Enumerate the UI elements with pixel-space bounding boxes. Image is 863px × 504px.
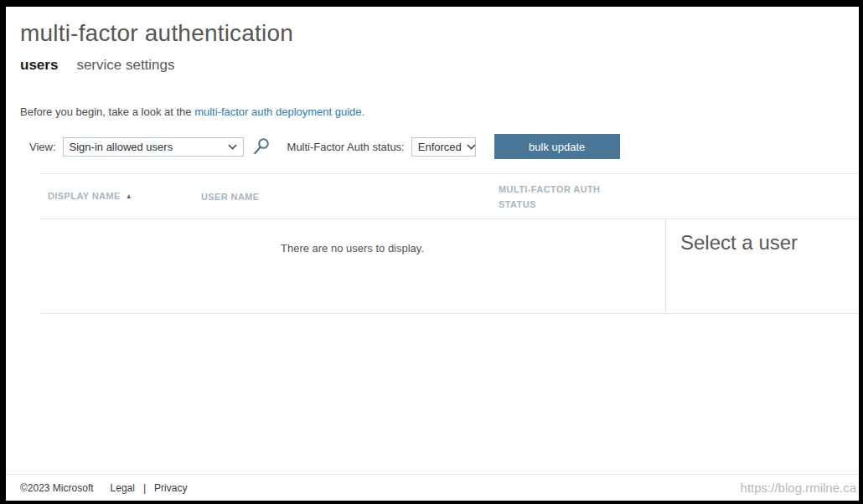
select-a-user-placeholder: Select a user xyxy=(680,231,798,254)
view-select-value: Sign-in allowed users xyxy=(70,141,173,153)
view-select[interactable]: Sign-in allowed users xyxy=(63,137,244,157)
panel-divider xyxy=(665,219,666,313)
deployment-guide-link[interactable]: multi-factor auth deployment guide. xyxy=(194,105,364,118)
users-table: DISPLAY NAME▲ USER NAME MULTI-FACTOR AUT… xyxy=(39,173,859,314)
footer: ©2023 Microsoft Legal | Privacy https://… xyxy=(6,474,859,501)
copyright-text: ©2023 Microsoft xyxy=(20,482,94,494)
bulk-update-button[interactable]: bulk update xyxy=(494,134,620,159)
mfa-status-select-value: Enforced xyxy=(418,141,462,153)
chevron-down-icon xyxy=(228,144,237,150)
privacy-link[interactable]: Privacy xyxy=(154,482,187,494)
column-header-user-name[interactable]: USER NAME xyxy=(201,189,499,204)
empty-state-message: There are no users to display. xyxy=(39,242,665,255)
footer-separator: | xyxy=(143,482,146,494)
view-label: View: xyxy=(29,141,56,153)
table-header-row: DISPLAY NAME▲ USER NAME MULTI-FACTOR AUT… xyxy=(39,173,859,219)
screenshot-frame: multi-factor authentication users servic… xyxy=(0,0,863,504)
legal-link[interactable]: Legal xyxy=(111,482,135,494)
page-title: multi-factor authentication xyxy=(20,20,293,47)
tab-users[interactable]: users xyxy=(20,57,58,74)
column-header-display-name[interactable]: DISPLAY NAME▲ xyxy=(39,188,201,204)
intro-line: Before you begin, take a look at the mul… xyxy=(20,105,364,118)
toolbar: View: Sign-in allowed users Multi-Factor… xyxy=(29,133,859,160)
mfa-admin-page: multi-factor authentication users servic… xyxy=(6,7,859,501)
sort-ascending-icon: ▲ xyxy=(126,193,132,200)
column-header-mfa-status[interactable]: MULTI-FACTOR AUTH STATUS xyxy=(499,182,616,212)
mfa-status-select[interactable]: Enforced xyxy=(411,137,476,157)
search-icon[interactable] xyxy=(253,137,270,156)
column-header-display-name-label: DISPLAY NAME xyxy=(48,191,121,201)
detail-panel: Select a user xyxy=(680,231,798,255)
tab-bar: users service settings xyxy=(20,57,175,74)
table-body: There are no users to display. Select a … xyxy=(39,219,859,314)
tab-service-settings[interactable]: service settings xyxy=(76,57,174,74)
mfa-status-label: Multi-Factor Auth status: xyxy=(287,141,405,153)
watermark-url: https://blog.rmilne.ca xyxy=(741,481,859,495)
chevron-down-icon xyxy=(467,144,476,150)
intro-text: Before you begin, take a look at the xyxy=(20,105,194,118)
